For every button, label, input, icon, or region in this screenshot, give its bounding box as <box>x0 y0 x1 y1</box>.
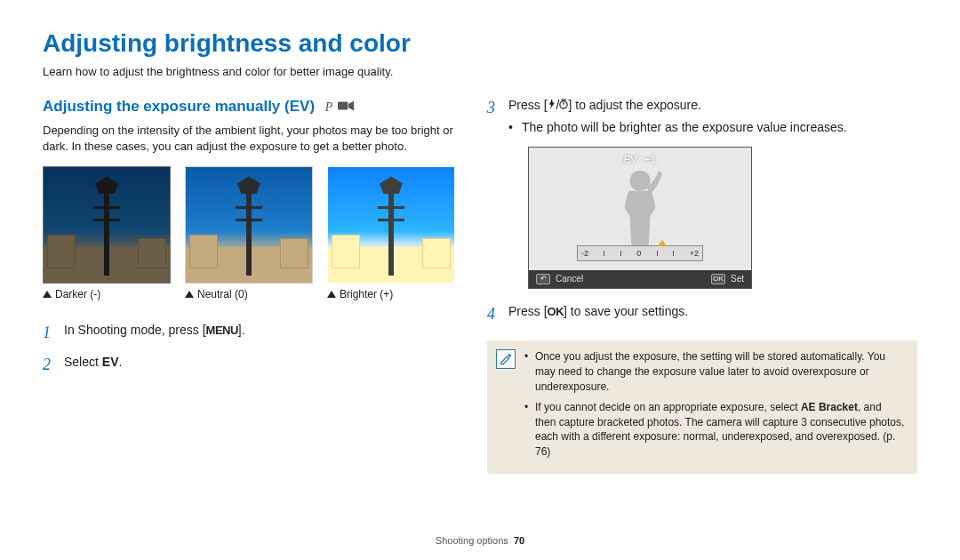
triangle-up-icon <box>327 291 336 298</box>
cancel-label: Cancel <box>556 273 583 285</box>
step-3-bullet: The photo will be brighter as the exposu… <box>508 119 917 136</box>
slider-mid: 0 <box>636 248 641 259</box>
ok-button-label: OK <box>548 304 564 320</box>
example-neutral-caption: Neutral (0) <box>197 287 248 301</box>
ev-value-label: EV : +1 <box>624 153 656 166</box>
slider-pointer-icon <box>658 240 667 246</box>
step-1-text: In Shooting mode, press [MENU]. <box>64 322 455 339</box>
step-number-4: 4 <box>487 303 500 324</box>
slider-max: +2 <box>690 248 699 259</box>
page-footer: Shooting options 70 <box>0 534 960 548</box>
step-4-text: Press [OK] to save your settings. <box>508 303 917 320</box>
menu-button-label: MENU <box>206 323 238 339</box>
mode-icon-p: P <box>325 100 333 116</box>
timer-icon <box>559 98 568 112</box>
example-darker-caption: Darker (-) <box>55 287 100 301</box>
example-brighter-caption: Brighter (+) <box>340 287 393 301</box>
mode-icons: P <box>325 100 355 116</box>
steps-right: 3 Press [/] to adjust the exposure. The … <box>487 97 917 324</box>
video-mode-icon <box>338 100 354 116</box>
section-body: Depending on the intensity of the ambien… <box>43 123 455 154</box>
triangle-up-icon <box>185 291 194 298</box>
page-title: Adjusting brightness and color <box>43 27 917 60</box>
example-brighter-image <box>327 166 455 284</box>
flash-icon <box>548 98 556 112</box>
svg-rect-0 <box>338 102 348 110</box>
right-column: 3 Press [/] to adjust the exposure. The … <box>487 97 917 474</box>
section-heading: Adjusting the exposure manually (EV) <box>43 98 315 115</box>
triangle-up-icon <box>43 291 52 298</box>
example-neutral-image <box>185 166 313 284</box>
page-intro: Learn how to adjust the brightness and c… <box>43 64 917 80</box>
note-box: Once you adjust the exposure, the settin… <box>487 340 917 474</box>
left-column: Adjusting the exposure manually (EV) P D… <box>43 97 455 474</box>
step-2-text: Select EV. <box>64 354 455 371</box>
exposure-examples: Darker (-) Neutral (0) Brighter (+) <box>43 166 455 301</box>
note-2: If you cannot decide on an appropriate e… <box>524 400 905 460</box>
back-icon[interactable]: ↶ <box>536 274 550 284</box>
step-number-3: 3 <box>487 97 500 118</box>
note-icon <box>496 349 516 369</box>
ev-slider[interactable]: -2 0 +2 <box>577 245 703 261</box>
lcd-footer: ↶ Cancel OK Set <box>529 270 751 288</box>
note-1: Once you adjust the exposure, the settin… <box>524 349 905 394</box>
example-darker-image <box>43 166 171 284</box>
step-number-1: 1 <box>43 322 55 343</box>
slider-min: -2 <box>581 248 588 259</box>
step-3-text: Press [/] to adjust the exposure. <box>508 98 701 112</box>
steps-left: 1 In Shooting mode, press [MENU]. 2 Sele… <box>43 322 455 376</box>
step-number-2: 2 <box>43 354 55 375</box>
set-label: Set <box>731 273 744 285</box>
svg-marker-1 <box>348 101 354 111</box>
person-silhouette-icon <box>604 165 676 251</box>
svg-marker-2 <box>549 99 555 109</box>
ok-icon[interactable]: OK <box>711 274 725 284</box>
lcd-preview: EV : +1 -2 <box>528 147 752 289</box>
